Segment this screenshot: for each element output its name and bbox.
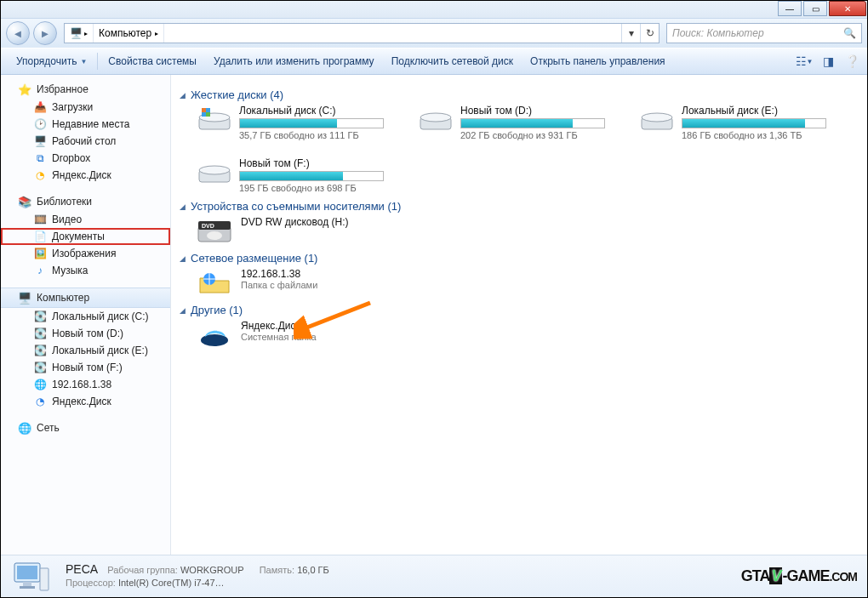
search-input[interactable]: Поиск: Компьютер 🔍 (666, 23, 862, 43)
sidebar-network[interactable]: 🌐Сеть (1, 419, 170, 437)
status-cpu: Intel(R) Core(TM) i7-47… (118, 578, 225, 588)
svg-rect-19 (17, 566, 37, 579)
drive-name: Новый том (D:) (460, 105, 622, 117)
drive-dvd[interactable]: DVD DVD RW дисковод (H:) (180, 216, 854, 245)
sidebar-item-music[interactable]: ♪Музыка (1, 262, 170, 279)
group-network[interactable]: ◢Сетевое размещение (1) (180, 252, 854, 265)
svg-point-11 (199, 166, 230, 174)
drive-item[interactable]: Новый том (F:)195 ГБ свободно из 698 ГБ (197, 157, 401, 193)
status-mem: 16,0 ГБ (297, 565, 329, 575)
sidebar-item-yandexdisk[interactable]: ◔Яндекс.Диск (1, 167, 170, 184)
sidebar-item-desktop[interactable]: 🖥️Рабочий стол (1, 133, 170, 150)
sidebar-item-dropbox[interactable]: ⧉Dropbox (1, 150, 170, 167)
hard-drive-icon (418, 105, 454, 134)
capacity-bar (239, 118, 384, 128)
yandexdisk-large-icon (197, 320, 232, 349)
details-pane: PECA Рабочая группа: WORKGROUP Память: 1… (1, 555, 867, 597)
group-removable[interactable]: ◢Устройства со съемными носителями (1) (180, 200, 854, 213)
netloc-name: 192.168.1.38 (241, 268, 317, 280)
command-toolbar: Упорядочить▼ Свойства системы Удалить ил… (1, 48, 867, 75)
sidebar-item-drive-c[interactable]: 💽Локальный диск (C:) (1, 308, 170, 325)
drive-icon: 💽 (33, 327, 47, 340)
libraries-icon: 📚 (18, 195, 31, 208)
sidebar-item-drive-e[interactable]: 💽Локальный диск (E:) (1, 342, 170, 359)
address-bar[interactable]: 🖥️ ▸ Компьютер ▸ ▾ ↻ (64, 23, 660, 43)
close-button[interactable]: ✕ (829, 1, 866, 16)
drive-name: Локальный диск (E:) (682, 105, 843, 117)
group-other[interactable]: ◢Другие (1) (180, 304, 854, 316)
drive-free: 35,7 ГБ свободно из 111 ГБ (239, 130, 401, 140)
status-mem-label: Память: (260, 565, 294, 575)
drive-free: 202 ГБ свободно из 931 ГБ (460, 130, 622, 140)
drive-item[interactable]: Локальный диск (C:)35,7 ГБ свободно из 1… (197, 105, 401, 140)
sidebar-item-downloads[interactable]: 📥Загрузки (1, 99, 170, 116)
preview-pane-button[interactable]: ◨ (819, 53, 837, 70)
sidebar-item-netloc[interactable]: 🌐192.168.1.38 (1, 376, 170, 393)
computer-icon: 🖥️ (70, 27, 83, 39)
maximize-button[interactable]: ▭ (803, 1, 827, 16)
map-network-drive-button[interactable]: Подключить сетевой диск (383, 55, 522, 67)
hard-drive-icon (639, 105, 675, 134)
help-button[interactable]: ❔ (843, 53, 860, 70)
watermark-logo: GTAV-GAME.COM (741, 567, 857, 585)
svg-rect-21 (20, 586, 35, 589)
music-icon: ♪ (33, 264, 47, 277)
sidebar-item-documents[interactable]: 📄Документы (1, 228, 170, 245)
window-titlebar: — ▭ ✕ (1, 1, 867, 19)
body: ⭐Избранное 📥Загрузки 🕑Недавние места 🖥️Р… (1, 75, 867, 555)
network-icon: 🌐 (18, 421, 31, 435)
minimize-button[interactable]: — (778, 1, 802, 16)
breadcrumb-computer[interactable]: Компьютер ▸ (94, 24, 164, 43)
sidebar-item-pictures[interactable]: 🖼️Изображения (1, 245, 170, 262)
sidebar-item-recent[interactable]: 🕑Недавние места (1, 116, 170, 133)
drive-free: 186 ГБ свободно из 1,36 ТБ (682, 130, 843, 140)
drive-icon: 💽 (33, 344, 47, 357)
sidebar-favorites[interactable]: ⭐Избранное (1, 80, 170, 99)
computer-icon: 🖥️ (18, 291, 31, 305)
desktop-icon: 🖥️ (33, 134, 47, 148)
sidebar-item-drive-d[interactable]: 💽Новый том (D:) (1, 325, 170, 342)
search-icon: 🔍 (843, 27, 856, 39)
downloads-icon: 📥 (33, 100, 47, 114)
drive-item[interactable]: Локальный диск (E:)186 ГБ свободно из 1,… (639, 105, 843, 140)
computer-large-icon (11, 560, 52, 594)
organize-button[interactable]: Упорядочить▼ (8, 55, 95, 67)
nav-back-button[interactable]: ◄ (6, 21, 30, 45)
nav-forward-button[interactable]: ► (33, 21, 57, 45)
drive-icon: 💽 (33, 361, 47, 374)
status-pcname: PECA (66, 562, 98, 576)
capacity-bar (460, 118, 605, 128)
control-panel-button[interactable]: Открыть панель управления (522, 55, 674, 67)
sidebar-libraries[interactable]: 📚Библиотеки (1, 192, 170, 211)
status-workgroup-label: Рабочая группа: (107, 565, 178, 575)
sidebar-item-yadisk-drive[interactable]: ◔Яндекс.Диск (1, 393, 170, 410)
navigation-sidebar[interactable]: ⭐Избранное 📥Загрузки 🕑Недавние места 🖥️Р… (1, 75, 171, 555)
svg-point-17 (201, 334, 228, 346)
explorer-window: — ▭ ✕ ◄ ► 🖥️ ▸ Компьютер ▸ ▾ ↻ Поиск: Ко… (0, 0, 868, 598)
dvd-label: DVD RW дисковод (H:) (241, 216, 349, 228)
uninstall-program-button[interactable]: Удалить или изменить программу (205, 55, 383, 67)
network-location[interactable]: 192.168.1.38Папка с файлами (180, 268, 854, 297)
address-refresh[interactable]: ↻ (640, 24, 659, 43)
hard-drive-icon (197, 157, 232, 186)
drive-item[interactable]: Новый том (D:)202 ГБ свободно из 931 ГБ (418, 105, 622, 140)
content-pane[interactable]: ◢Жесткие диски (4) Локальный диск (C:)35… (171, 75, 867, 555)
dvd-icon: DVD (197, 216, 232, 245)
network-folder-icon: 🌐 (33, 378, 47, 391)
network-folder-icon (197, 268, 232, 297)
drive-free: 195 ГБ свободно из 698 ГБ (239, 183, 401, 193)
view-options-button[interactable]: ☷ ▼ (796, 53, 813, 70)
sidebar-item-videos[interactable]: 🎞️Видео (1, 211, 170, 228)
system-properties-button[interactable]: Свойства системы (100, 55, 205, 67)
address-root-icon[interactable]: 🖥️ ▸ (65, 24, 94, 43)
group-hard-drives[interactable]: ◢Жесткие диски (4) (180, 88, 854, 101)
yadisk-sub: Системная папка (241, 332, 317, 342)
svg-rect-22 (40, 568, 49, 590)
search-placeholder: Поиск: Компьютер (672, 27, 764, 39)
drive-name: Локальный диск (C:) (239, 105, 401, 117)
svg-rect-20 (23, 582, 31, 586)
sidebar-computer[interactable]: 🖥️Компьютер (1, 288, 170, 308)
other-yandexdisk[interactable]: Яндекс.ДискСистемная папка (180, 320, 854, 349)
sidebar-item-drive-f[interactable]: 💽Новый том (F:) (1, 359, 170, 376)
address-dropdown[interactable]: ▾ (621, 24, 640, 43)
